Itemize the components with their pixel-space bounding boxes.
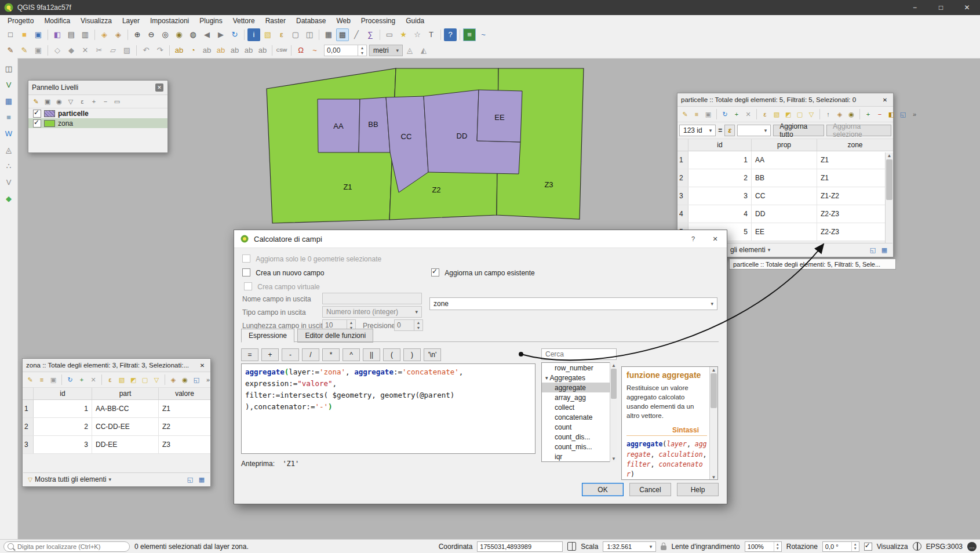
show-bookmarks-icon[interactable]: ☆: [411, 28, 424, 41]
select-by-expression-icon[interactable]: ε: [275, 28, 288, 41]
python-console-icon[interactable]: ≡: [463, 28, 476, 41]
dock-icon[interactable]: ◱: [898, 109, 908, 119]
row-number[interactable]: 1: [677, 151, 688, 169]
locator-box[interactable]: [3, 541, 130, 552]
column-header-valore[interactable]: valore: [159, 388, 210, 399]
new-field-checkbox[interactable]: [242, 268, 250, 276]
delete-selected-icon[interactable]: ✕: [88, 374, 99, 385]
table-view-icon[interactable]: ▦: [196, 474, 207, 485]
only-selected-row[interactable]: Aggiorna solo le 0 geometrie selezionate: [242, 254, 381, 263]
copy-features-icon[interactable]: ▱: [107, 44, 119, 57]
save-project-icon[interactable]: ▣: [32, 28, 45, 41]
menu-guida[interactable]: Guida: [400, 15, 429, 27]
highlight-pinned-icon[interactable]: ab: [214, 44, 227, 57]
function-item-aggregate[interactable]: aggregate: [542, 383, 616, 392]
zoom-in-icon[interactable]: ⊕: [131, 28, 144, 41]
operator-button[interactable]: +: [261, 348, 279, 361]
expression-builder-button[interactable]: ε: [724, 125, 735, 136]
locator-input[interactable]: [16, 543, 126, 551]
column-header-id[interactable]: id: [688, 139, 752, 151]
scroll-down-icon[interactable]: ▼: [710, 475, 717, 480]
remove-layer-icon[interactable]: ▭: [112, 96, 122, 107]
scrollbar-thumb[interactable]: [886, 159, 892, 200]
zoom-full-icon[interactable]: ◎: [159, 28, 172, 41]
spinner-arrows-icon[interactable]: ▲▼: [414, 320, 422, 330]
identify-features-icon[interactable]: i: [247, 28, 260, 41]
expand-all-icon[interactable]: +: [89, 96, 99, 107]
text-annotation-icon[interactable]: T: [425, 28, 438, 41]
function-group-Aggregates[interactable]: ▾Aggregates: [542, 373, 616, 383]
function-search-box[interactable]: [541, 348, 617, 360]
multiedit-icon[interactable]: ≡: [691, 109, 702, 119]
layer-visibility-checkbox[interactable]: [33, 110, 41, 118]
only-selected-checkbox[interactable]: [242, 254, 250, 263]
update-selection-button[interactable]: Aggiorna selezione: [826, 125, 891, 136]
close-icon[interactable]: ✕: [198, 361, 206, 369]
manage-map-themes-icon[interactable]: ◉: [54, 96, 64, 107]
field-combo[interactable]: 123 id ▾: [679, 125, 716, 136]
lock-scale-icon[interactable]: [661, 545, 666, 550]
render-checkbox[interactable]: [864, 543, 872, 551]
delete-selected-icon[interactable]: ✕: [79, 44, 92, 57]
select-features-icon[interactable]: ▧: [261, 28, 274, 41]
layers-panel-titlebar[interactable]: Pannello Livelli ✕: [28, 81, 167, 95]
zoom-out-icon[interactable]: ⊖: [145, 28, 158, 41]
open-attribute-table-icon[interactable]: ▦: [322, 28, 335, 41]
menu-plugins[interactable]: Plugins: [194, 15, 227, 27]
dialog-close-icon[interactable]: ✕: [710, 234, 720, 244]
multiedit-icon[interactable]: ≡: [37, 374, 47, 385]
table-view-icon[interactable]: ▦: [879, 245, 890, 255]
menu-database[interactable]: Database: [291, 15, 331, 27]
column-header-id[interactable]: id: [34, 388, 92, 399]
scrollbar-thumb[interactable]: [611, 369, 617, 399]
menu-visualizza[interactable]: Visualizza: [75, 15, 117, 27]
deselect-all-icon[interactable]: ▢: [140, 374, 150, 385]
vertex-tool-icon[interactable]: ◇: [51, 44, 64, 57]
snapping-icon[interactable]: Ω: [294, 44, 307, 57]
column-header-part[interactable]: part: [92, 388, 159, 399]
virtual-field-row[interactable]: Crea campo virtuale: [244, 282, 320, 291]
csw-icon[interactable]: CSW: [275, 44, 288, 57]
table-row[interactable]: 11AAZ1: [677, 151, 893, 169]
tab-editor-funzioni[interactable]: Editor delle funzioni: [297, 329, 373, 343]
epsg-badge[interactable]: EPSG:3003: [926, 543, 963, 551]
row-number[interactable]: 1: [23, 400, 34, 417]
expand-caret-icon[interactable]: ▾: [545, 375, 548, 381]
measure-icon[interactable]: ╱: [350, 28, 363, 41]
paste-features-icon[interactable]: ▨: [121, 44, 133, 57]
map-tips-icon[interactable]: ▭: [383, 28, 396, 41]
function-list-scrollbar[interactable]: ▲ ▼: [610, 362, 617, 462]
new-project-icon[interactable]: □: [4, 28, 17, 41]
virtual-field-checkbox[interactable]: [244, 282, 252, 290]
close-icon[interactable]: ✕: [155, 83, 163, 92]
deselect-features-icon[interactable]: ▢: [289, 28, 302, 41]
function-item-collect[interactable]: collect: [542, 402, 616, 412]
search-input[interactable]: [544, 350, 614, 359]
table-row[interactable]: 11AA-BB-CCZ1: [23, 400, 210, 418]
pin-labels-icon[interactable]: ab: [201, 44, 213, 57]
add-feature-icon[interactable]: +: [731, 109, 742, 119]
operator-button[interactable]: -: [282, 348, 299, 361]
menu-layer[interactable]: Layer: [117, 15, 145, 27]
pan-map-icon[interactable]: ◈: [98, 28, 111, 41]
row-number[interactable]: 4: [677, 205, 688, 223]
operator-button[interactable]: ||: [363, 348, 380, 361]
new-field-icon[interactable]: +: [863, 109, 873, 119]
save-edits-icon[interactable]: ▣: [48, 374, 59, 385]
undo-icon[interactable]: ↶: [140, 44, 152, 57]
form-view-icon[interactable]: ◱: [868, 245, 878, 255]
menu-processing[interactable]: Processing: [356, 15, 400, 27]
layout-manager-icon[interactable]: ▥: [79, 28, 92, 41]
window-close-icon[interactable]: ✕: [954, 0, 980, 15]
zoom-to-selection-icon[interactable]: ◉: [180, 374, 190, 385]
pan-to-selection-icon[interactable]: ◈: [168, 374, 178, 385]
pan-to-selection-icon[interactable]: ◈: [112, 28, 125, 41]
column-header-prop[interactable]: prop: [752, 139, 817, 151]
rotation-spinner[interactable]: 0,0 ° ▲▼: [822, 541, 859, 552]
table-row[interactable]: 33CCZ1-Z2: [677, 187, 893, 205]
menu-raster[interactable]: Raster: [260, 15, 291, 27]
zona-titlebar[interactable]: zona :: Totale degli elementi: 3, Filtra…: [23, 359, 210, 372]
add-feature-icon[interactable]: +: [76, 374, 87, 385]
select-all-icon[interactable]: ▧: [771, 109, 782, 119]
close-icon[interactable]: ✕: [881, 96, 889, 104]
